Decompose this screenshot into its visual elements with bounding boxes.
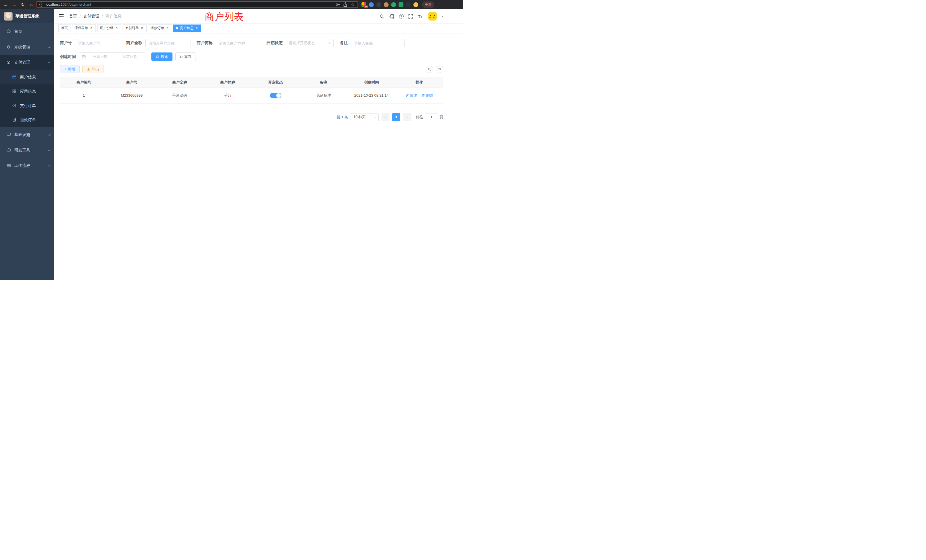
caret-down-icon[interactable]: ▾	[442, 15, 443, 18]
tab-pay-order[interactable]: 支付订单×	[123, 24, 147, 32]
prev-page-button[interactable]: ‹	[381, 113, 389, 121]
password-key-icon[interactable]	[335, 2, 340, 7]
sidebar-item-pay-order[interactable]: 支付订单	[0, 98, 54, 113]
site-info-icon[interactable]: i	[39, 3, 43, 6]
filter-label-create-time: 创建时间	[60, 54, 79, 59]
refresh-table-button[interactable]: ↻	[436, 65, 443, 73]
pagination: 共 1 条 10条/页 ‹ 1 › 前往 页	[60, 113, 443, 121]
browser-toolbar: ← → ↻ ⌂ i localhost:1024/pay/merchant ☆ …	[0, 0, 463, 9]
col-header: 商户简称	[204, 77, 251, 88]
tab-home[interactable]: 首页	[59, 24, 70, 32]
help-icon[interactable]: ?	[399, 14, 404, 18]
browser-menu-icon[interactable]: ⋮	[437, 2, 441, 7]
add-button[interactable]: + 新增	[60, 65, 80, 73]
sidebar-item-workflow[interactable]: 工作流程	[0, 158, 54, 173]
breadcrumb: 首页 / 支付管理 / 商户信息	[69, 14, 121, 19]
cell-remark: 我是备注	[300, 88, 348, 103]
full-name-input[interactable]	[145, 39, 191, 47]
filter-label-remark: 备注	[340, 41, 351, 45]
tab-process-form[interactable]: 流程表单×	[72, 24, 96, 32]
close-icon[interactable]: ×	[115, 26, 119, 30]
status-toggle[interactable]	[270, 93, 281, 98]
close-icon[interactable]: ×	[165, 26, 169, 30]
page-size-select[interactable]: 10条/页	[351, 113, 378, 121]
extension-icon[interactable]	[406, 2, 411, 7]
page-1-button[interactable]: 1	[392, 113, 400, 121]
extension-icon[interactable]	[391, 2, 396, 7]
merchant-no-input[interactable]	[75, 39, 120, 47]
logo[interactable]: 芋道管理系统	[0, 9, 54, 23]
sidebar-item-app-info[interactable]: 应用信息	[0, 85, 54, 98]
sidebar-item-home[interactable]: 首页	[0, 24, 54, 39]
sidebar-group-payment: ¥ 支付管理 商户信息 应用信息	[0, 55, 54, 127]
forward-icon[interactable]: →	[11, 1, 18, 8]
chevron-down-icon	[374, 115, 376, 118]
close-icon[interactable]: ×	[195, 26, 199, 30]
sidebar-item-infrastructure[interactable]: 基础设施	[0, 127, 54, 142]
search-button[interactable]: 搜索	[151, 53, 172, 61]
create-time-range-picker[interactable]: 开始日期 - 结束日期	[79, 53, 145, 61]
jump-page-input[interactable]	[425, 113, 438, 121]
bookmark-star-icon[interactable]: ☆	[350, 2, 355, 7]
home-icon[interactable]: ⌂	[28, 1, 35, 8]
remark-input[interactable]	[351, 39, 404, 47]
toggle-search-button[interactable]	[426, 65, 433, 73]
address-bar[interactable]: i localhost:1024/pay/merchant ☆	[36, 1, 358, 8]
extension-icon[interactable]: 10	[362, 2, 366, 7]
browser-update-button[interactable]: 更新	[422, 2, 434, 8]
extension-badge: 10	[365, 5, 368, 8]
back-icon[interactable]: ←	[2, 1, 9, 8]
delete-button[interactable]: 删除	[422, 93, 433, 98]
logo-title: 芋道管理系统	[15, 14, 39, 19]
sidebar-item-dev-tools[interactable]: 研发工具	[0, 142, 54, 158]
status-select[interactable]: 请选择开启状态	[286, 39, 334, 47]
status-select-placeholder: 请选择开启状态	[289, 41, 315, 45]
url-text: localhost:1024/pay/merchant	[45, 3, 91, 6]
tab-user-group[interactable]: 用户分组×	[97, 24, 121, 32]
sidebar-item-refund-order[interactable]: 退款订单	[0, 113, 54, 127]
download-icon	[87, 67, 90, 71]
top-navbar: 首页 / 支付管理 / 商户信息 商户列表 ?	[54, 9, 463, 23]
tab-refund-order[interactable]: 退款订单×	[148, 24, 172, 32]
user-avatar[interactable]	[428, 12, 437, 21]
breadcrumb-payment[interactable]: 支付管理	[83, 14, 99, 19]
col-header: 创建时间	[348, 77, 395, 88]
col-header: 备注	[300, 77, 348, 88]
merchant-table: 商户编号 商户号 商户全称 商户简称 开启状态 备注 创建时间 操作 1	[60, 77, 443, 103]
font-size-icon[interactable]: TT	[418, 14, 422, 19]
search-icon[interactable]	[379, 14, 385, 19]
sidebar-item-system[interactable]: ⚙ 系统管理	[0, 39, 54, 55]
share-icon[interactable]	[343, 2, 348, 7]
extension-icon[interactable]	[369, 2, 374, 7]
sidebar-item-label: 基础设施	[14, 132, 30, 138]
breadcrumb-current: 商户信息	[106, 14, 121, 19]
start-date-placeholder: 开始日期	[88, 54, 112, 59]
extension-icon[interactable]	[376, 2, 381, 7]
sidebar-item-label: 研发工具	[14, 148, 30, 153]
hamburger-icon[interactable]	[59, 14, 64, 19]
tags-view: 首页 流程表单× 用户分组× 支付订单× 退款订单× 商户信息×	[54, 23, 463, 33]
sidebar-item-merchant-info[interactable]: 商户信息	[0, 70, 54, 85]
merchant-card-icon	[12, 75, 17, 80]
date-separator: -	[114, 55, 115, 59]
extension-icon[interactable]	[384, 2, 389, 7]
sidebar-item-payment[interactable]: ¥ 支付管理	[0, 55, 54, 70]
edit-button[interactable]: 修改	[406, 93, 417, 98]
chevron-down-icon	[48, 164, 51, 167]
reload-icon[interactable]: ↻	[20, 1, 26, 8]
chevron-down-icon	[328, 41, 331, 44]
extension-icon[interactable]	[399, 2, 403, 7]
calendar-icon	[82, 55, 86, 59]
github-icon[interactable]	[389, 14, 395, 19]
close-icon[interactable]: ×	[140, 26, 144, 30]
reset-button[interactable]: ↻ 重置	[176, 53, 196, 61]
tab-merchant-info[interactable]: 商户信息×	[173, 24, 201, 32]
export-button[interactable]: 导出	[82, 65, 103, 73]
extension-icon[interactable]	[413, 2, 418, 7]
next-page-button[interactable]: ›	[403, 113, 411, 121]
short-name-input[interactable]	[216, 39, 260, 47]
fullscreen-icon[interactable]	[408, 14, 414, 19]
close-icon[interactable]: ×	[89, 26, 93, 30]
breadcrumb-home[interactable]: 首页	[69, 14, 77, 19]
extensions-row: 10	[362, 2, 418, 7]
